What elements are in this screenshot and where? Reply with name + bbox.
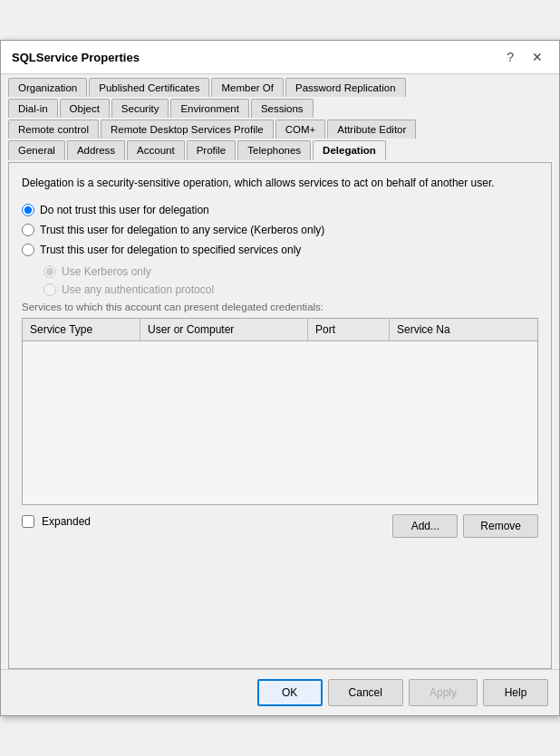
radio-trust-specified[interactable]: Trust this user for delegation to specif… [22,244,538,256]
radio-do-not-trust-label: Do not trust this user for delegation [40,204,209,216]
th-user-computer: User or Computer [140,319,308,340]
table-header: Service Type User or Computer Port Servi… [23,319,537,341]
help-button[interactable]: ? [501,48,519,66]
delegation-radio-group: Do not trust this user for delegation Tr… [22,204,538,256]
tab-remote-control[interactable]: Remote control [8,120,99,139]
radio-trust-specified-label: Trust this user for delegation to specif… [40,244,301,256]
sub-radio-group: Use Kerberos only Use any authentication… [43,265,538,296]
services-label: Services to which this account can prese… [22,301,538,312]
tab-object[interactable]: Object [60,99,110,118]
expanded-checkbox[interactable] [22,515,34,528]
add-button[interactable]: Add... [392,514,458,538]
remove-button[interactable]: Remove [463,514,538,538]
delegation-description: Delegation is a security-sensitive opera… [22,176,538,191]
title-bar-controls: ? ✕ [501,48,548,66]
tab-password-replication[interactable]: Password Replication [285,78,406,97]
radio-trust-specified-input[interactable] [22,244,34,256]
radio-trust-any-label: Trust this user for delegation to any se… [40,224,324,236]
services-table: Service Type User or Computer Port Servi… [22,318,538,505]
tab-security[interactable]: Security [111,99,169,118]
th-service-name: Service Na [390,319,537,340]
radio-trust-any[interactable]: Trust this user for delegation to any se… [22,224,538,236]
tab-profile[interactable]: Profile [187,140,237,160]
tab-general[interactable]: General [8,140,65,160]
table-body [23,341,537,504]
tab-attribute-editor[interactable]: Attribute Editor [327,120,416,139]
title-bar: SQLService Properties ? ✕ [1,41,559,74]
tab-sessions[interactable]: Sessions [251,99,314,118]
help-footer-button[interactable]: Help [483,679,548,706]
radio-kerberos-only[interactable]: Use Kerberos only [43,265,538,278]
th-service-type: Service Type [23,319,140,340]
tab-com[interactable]: COM+ [275,120,326,139]
radio-trust-any-input[interactable] [22,224,34,236]
tab-organization[interactable]: Organization [8,78,87,97]
tab-address[interactable]: Address [67,140,125,160]
dialog-footer: OK Cancel Apply Help [1,669,559,715]
dialog-title: SQLService Properties [12,51,140,64]
ok-button[interactable]: OK [257,679,323,706]
radio-any-auth[interactable]: Use any authentication protocol [43,283,538,296]
tab-account[interactable]: Account [127,140,185,160]
tab-content-delegation: Delegation is a security-sensitive opera… [8,162,552,669]
tab-row-3: Remote control Remote Desktop Services P… [8,120,552,140]
radio-any-auth-input[interactable] [43,283,56,296]
apply-button[interactable]: Apply [409,679,478,706]
radio-do-not-trust[interactable]: Do not trust this user for delegation [22,204,538,216]
radio-do-not-trust-input[interactable] [22,204,34,216]
radio-kerberos-only-label: Use Kerberos only [62,265,151,278]
tab-row-2: Dial-in Object Security Environment Sess… [8,99,552,120]
expanded-label: Expanded [42,515,91,528]
tab-environment[interactable]: Environment [170,99,249,118]
expanded-row: Expanded [22,515,91,528]
th-port: Port [308,319,390,340]
tab-telephones[interactable]: Telephones [237,140,311,160]
tab-row-1: Organization Published Certificates Memb… [8,78,552,99]
tab-delegation[interactable]: Delegation [313,140,386,160]
cancel-button[interactable]: Cancel [328,679,403,706]
close-button[interactable]: ✕ [526,48,548,66]
tab-remote-desktop[interactable]: Remote Desktop Services Profile [101,120,274,139]
action-buttons: Add... Remove [392,514,538,538]
tab-member-of[interactable]: Member Of [211,78,284,97]
dialog-window: SQLService Properties ? ✕ Organization P… [0,40,560,716]
tab-published-certificates[interactable]: Published Certificates [89,78,209,97]
tab-dial-in[interactable]: Dial-in [8,99,58,118]
tab-row-4: General Address Account Profile Telephon… [8,140,552,162]
tabs-container: Organization Published Certificates Memb… [1,74,559,162]
radio-kerberos-only-input[interactable] [43,265,56,278]
radio-any-auth-label: Use any authentication protocol [62,283,214,296]
